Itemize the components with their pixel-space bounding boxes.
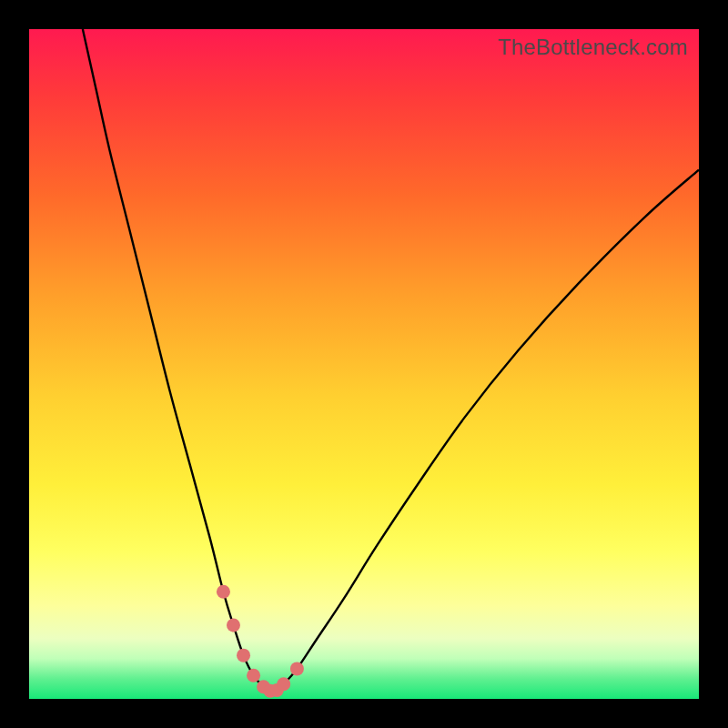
plot-area: TheBottleneck.com — [29, 29, 699, 699]
chart-frame: TheBottleneck.com — [0, 0, 728, 728]
marker-point — [247, 669, 260, 682]
marker-point — [217, 585, 230, 599]
marker-point — [237, 649, 250, 662]
marker-point — [227, 619, 240, 632]
marker-point — [277, 677, 290, 691]
curve-markers — [217, 585, 304, 698]
curve-layer — [29, 29, 699, 699]
bottleneck-curve — [83, 29, 699, 692]
marker-point — [290, 662, 304, 675]
